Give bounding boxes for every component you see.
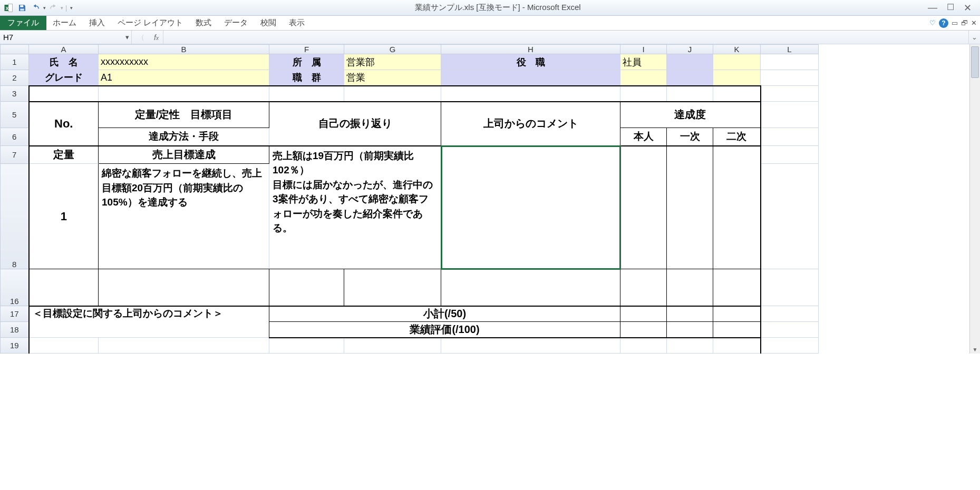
tab-insert[interactable]: 挿入 (83, 16, 111, 30)
cell[interactable] (620, 70, 667, 86)
cell[interactable] (620, 338, 667, 354)
maximize-icon[interactable]: ☐ (947, 2, 954, 14)
row-header[interactable]: 2 (1, 70, 29, 86)
col-header[interactable]: B (99, 45, 269, 54)
row-header[interactable]: 17 (1, 306, 29, 322)
cell[interactable] (713, 322, 761, 338)
cell[interactable] (713, 146, 761, 269)
col-header[interactable]: L (761, 45, 819, 54)
cell[interactable] (667, 322, 713, 338)
cell[interactable]: No. (29, 102, 99, 146)
cell[interactable] (761, 269, 819, 306)
cell[interactable] (667, 306, 713, 322)
undo-dropdown-icon[interactable]: ▾ (43, 5, 46, 11)
col-header[interactable]: F (269, 45, 344, 54)
cell[interactable] (713, 54, 761, 70)
cell[interactable] (441, 70, 620, 86)
tab-review[interactable]: 校閲 (254, 16, 283, 30)
undo-icon[interactable] (30, 2, 42, 14)
cell[interactable]: ＜目標設定に関する上司からのコメント＞ (29, 306, 269, 338)
tab-home[interactable]: ホーム (46, 16, 83, 30)
redo-dropdown-icon[interactable]: ▾ (61, 5, 63, 11)
cell[interactable] (620, 86, 667, 102)
formula-expand-icon[interactable]: ⌄ (968, 31, 980, 44)
fx-icon[interactable]: fx (150, 33, 163, 42)
cell[interactable]: 1 (29, 164, 99, 269)
ribbon-close-icon[interactable]: ✕ (971, 19, 977, 27)
cell[interactable] (761, 128, 819, 146)
cell[interactable]: 定量 (29, 146, 99, 164)
cell[interactable] (713, 269, 761, 306)
col-header[interactable]: J (667, 45, 713, 54)
cell[interactable] (761, 338, 819, 354)
cell[interactable] (713, 86, 761, 102)
cell[interactable] (344, 338, 441, 354)
select-all-corner[interactable] (1, 45, 29, 54)
row-header[interactable]: 6 (1, 128, 29, 146)
cell[interactable] (29, 269, 99, 306)
cell[interactable]: 営業部 (344, 54, 441, 70)
cell[interactable] (667, 338, 713, 354)
cell[interactable]: 役 職 (441, 54, 620, 70)
cell[interactable] (269, 338, 344, 354)
cell[interactable] (761, 86, 819, 102)
name-box-dropdown-icon[interactable]: ▾ (123, 33, 131, 41)
cell[interactable]: 自己の振り返り (269, 102, 441, 146)
name-box[interactable]: H7 ▾ (0, 31, 132, 44)
cell[interactable] (441, 338, 620, 354)
minimize-icon[interactable]: — (928, 2, 937, 14)
cell[interactable] (99, 338, 269, 354)
cell[interactable]: 本人 (620, 128, 667, 146)
cell[interactable] (761, 322, 819, 338)
cell[interactable] (99, 269, 269, 306)
col-header[interactable]: I (620, 45, 667, 54)
row-header[interactable]: 5 (1, 102, 29, 128)
cell[interactable] (344, 86, 441, 102)
ribbon-minimize-icon[interactable]: ▭ (952, 19, 958, 27)
tab-view[interactable]: 表示 (283, 16, 311, 30)
worksheet-grid[interactable]: A B F G H I J K L 1 氏 名 xxxxxxxxxx 所 属 営… (0, 44, 819, 354)
name-box-value[interactable]: H7 (0, 33, 123, 42)
cell[interactable]: xxxxxxxxxx (99, 54, 269, 70)
cell[interactable] (761, 70, 819, 86)
col-header[interactable]: G (344, 45, 441, 54)
cell[interactable] (620, 146, 667, 269)
cell[interactable]: 二次 (713, 128, 761, 146)
cell[interactable] (29, 338, 99, 354)
active-cell[interactable] (441, 146, 620, 269)
tab-data[interactable]: データ (218, 16, 254, 30)
col-header[interactable]: H (441, 45, 620, 54)
cell[interactable] (713, 338, 761, 354)
excel-app-icon[interactable]: X (2, 2, 15, 14)
cell[interactable] (620, 269, 667, 306)
save-icon[interactable] (16, 2, 28, 14)
cell[interactable]: 社員 (620, 54, 667, 70)
cell[interactable]: 達成度 (620, 102, 761, 128)
ribbon-restore-icon[interactable]: 🗗 (961, 19, 968, 27)
cell[interactable]: 小計(/50) (269, 306, 620, 322)
cell[interactable] (761, 306, 819, 322)
col-header[interactable]: A (29, 45, 99, 54)
cell[interactable] (667, 146, 713, 269)
cell[interactable]: 売上額は19百万円（前期実績比 102％） 目標には届かなかったが、進行中の3案… (269, 146, 441, 269)
row-header[interactable]: 8 (1, 164, 29, 269)
cell[interactable] (761, 102, 819, 128)
cell[interactable]: 綿密な顧客フォローを継続し、売上目標額20百万円（前期実績比の105%）を達成す… (99, 164, 269, 269)
cell[interactable] (713, 306, 761, 322)
heart-icon[interactable]: ♡ (929, 19, 936, 27)
cell[interactable]: 定量/定性 目標項目 (99, 102, 269, 128)
cell[interactable]: 売上目標達成 (99, 146, 269, 164)
cell[interactable]: 営業 (344, 70, 441, 86)
cell[interactable]: 達成方法・手段 (99, 128, 269, 146)
cell[interactable]: 氏 名 (29, 54, 99, 70)
row-header[interactable]: 18 (1, 322, 29, 338)
row-header[interactable]: 1 (1, 54, 29, 70)
cell[interactable] (667, 86, 713, 102)
tab-page-layout[interactable]: ページ レイアウト (111, 16, 189, 30)
cell[interactable] (269, 269, 344, 306)
tab-formulas[interactable]: 数式 (189, 16, 218, 30)
cell[interactable] (441, 269, 620, 306)
cell[interactable] (761, 146, 819, 164)
cell[interactable]: 一次 (667, 128, 713, 146)
cell[interactable] (269, 86, 344, 102)
